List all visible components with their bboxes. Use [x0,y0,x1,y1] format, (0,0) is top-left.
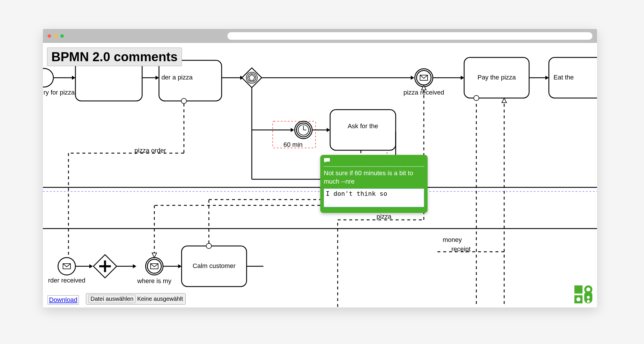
event-pizza-received[interactable] [415,69,433,87]
svg-marker-61 [152,253,157,258]
event-where-is-my-label: where is my [137,277,171,285]
address-bar[interactable] [227,32,592,40]
svg-marker-71 [502,98,506,103]
svg-marker-32 [461,76,464,80]
svg-point-54 [206,243,211,249]
svg-marker-47 [133,264,136,268]
browser-window: ry for pizza der a pizza [43,29,597,307]
file-chooser[interactable]: Datei auswählen Keine ausgewählt [86,293,186,305]
comment-icon [324,158,424,164]
event-order-received[interactable] [58,258,75,275]
choose-file-button[interactable]: Datei auswählen [88,295,135,303]
start-event[interactable] [43,68,53,87]
task-order-pizza-label: der a pizza [161,74,193,81]
window-minimize-icon[interactable] [54,34,57,38]
bpmn-io-logo-icon [574,285,592,305]
svg-point-76 [576,297,580,301]
svg-rect-72 [574,285,583,294]
svg-point-67 [474,95,479,101]
comment-input[interactable]: I don't think so [324,189,424,207]
gateway-event-based[interactable] [242,68,262,88]
svg-point-77 [587,296,590,299]
task-pay-pizza-label: Pay the pizza [477,74,516,81]
bpmn-diagram[interactable]: ry for pizza der a pizza [43,43,597,307]
comment-existing-text: Not sure if 60 minutes is a bit to much … [324,169,424,186]
svg-marker-9 [242,68,262,88]
start-event-label: ry for pizza [44,89,75,96]
svg-marker-6 [155,76,159,80]
svg-marker-17 [291,128,294,132]
svg-marker-42 [89,264,93,268]
gateway-parallel[interactable] [93,255,117,278]
task-ask-pizza[interactable] [330,110,396,150]
comment-popup[interactable]: Not sure if 60 minutes is a bit to much … [320,155,428,213]
window-close-icon[interactable] [48,34,51,38]
window-zoom-icon[interactable] [60,34,64,38]
svg-point-78 [587,300,590,303]
flow-receipt-label: receipt [451,245,471,253]
diagram-viewport[interactable]: ry for pizza der a pizza [43,43,597,307]
task-ask-pizza-label: Ask for the [348,122,378,130]
browser-titlebar [43,29,597,43]
event-order-received-label: rder received [48,277,85,284]
svg-point-35 [181,98,187,104]
task-eat-pizza-label: Eat the [553,74,574,81]
svg-marker-34 [545,76,549,80]
event-where-is-my[interactable] [146,258,163,275]
svg-marker-25 [327,128,330,132]
file-status-label: Keine ausgewählt [137,296,183,302]
flow-pizza-label: pizza [377,213,392,220]
svg-marker-4 [72,76,75,80]
timer-label: 60 min [283,141,303,148]
download-link[interactable]: Download [48,295,79,305]
flow-money-label: money [443,236,462,243]
svg-marker-14 [411,76,414,80]
svg-marker-52 [178,264,182,268]
page-title: BPMN 2.0 comments [47,48,182,66]
task-calm-customer-label: Calm customer [193,262,236,269]
flow-pizza-order-label: pizza order [135,147,166,154]
svg-point-74 [586,287,590,292]
task-select-pizza[interactable] [75,60,142,101]
